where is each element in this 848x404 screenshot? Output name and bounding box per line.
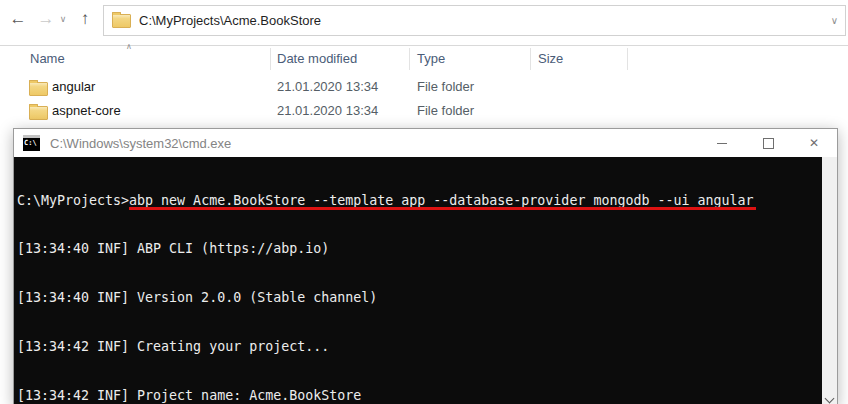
file-date-modified: 21.01.2020 13:34 <box>277 79 378 94</box>
terminal-output[interactable]: C:\MyProjects>abp new Acme.BookStore --t… <box>14 157 822 404</box>
terminal-command-line: C:\MyProjects>abp new Acme.BookStore --t… <box>17 193 822 209</box>
maximize-icon <box>763 138 774 149</box>
terminal-line: [13:34:40 INF] Version 2.0.0 (Stable cha… <box>17 290 822 306</box>
file-name: aspnet-core <box>52 103 121 118</box>
column-resize-handle[interactable] <box>270 48 271 70</box>
address-bar[interactable]: C:\MyProjects\Acme.BookStore ∨ <box>103 5 846 36</box>
terminal-line: [13:34:42 INF] Creating your project... <box>17 339 822 355</box>
column-headers: ∧ Name Date modified Type Size <box>0 46 848 72</box>
terminal-prompt: C:\MyProjects> <box>17 193 129 208</box>
column-resize-handle[interactable] <box>627 48 628 70</box>
minimize-icon <box>717 143 727 144</box>
column-resize-handle[interactable] <box>530 48 531 70</box>
close-icon: ✕ <box>809 137 819 149</box>
terminal-command-text-underlined: abp new Acme.BookStore --template app --… <box>129 193 753 208</box>
column-header-name[interactable]: Name <box>30 51 65 66</box>
file-row-angular[interactable]: angular 21.01.2020 13:34 File folder <box>0 75 848 99</box>
file-date-modified: 21.01.2020 13:34 <box>277 103 378 118</box>
file-row-aspnet-core[interactable]: aspnet-core 21.01.2020 13:34 File folder <box>0 99 848 123</box>
up-arrow-icon: ↑ <box>81 9 90 29</box>
up-button[interactable]: ↑ <box>72 6 98 32</box>
minimize-button[interactable] <box>699 129 745 157</box>
maximize-button[interactable] <box>745 129 791 157</box>
sort-ascending-icon: ∧ <box>126 42 132 51</box>
address-path: C:\MyProjects\Acme.BookStore <box>139 13 831 28</box>
back-arrow-icon: ← <box>10 9 27 29</box>
terminal-line: [13:34:40 INF] ABP CLI (https://abp.io) <box>17 241 822 257</box>
column-header-type[interactable]: Type <box>417 51 445 66</box>
column-resize-handle[interactable] <box>409 48 410 70</box>
close-button[interactable]: ✕ <box>791 129 837 157</box>
file-type: File folder <box>417 103 474 118</box>
folder-icon <box>29 106 48 120</box>
column-header-size[interactable]: Size <box>538 51 563 66</box>
folder-icon <box>29 82 48 96</box>
back-button[interactable]: ← <box>5 6 31 32</box>
cmd-window: C:\ C:\Windows\system32\cmd.exe ✕ C:\MyP… <box>13 128 838 404</box>
recent-locations-button[interactable]: ∨ <box>56 6 70 32</box>
cmd-app-icon[interactable]: C:\ <box>23 135 40 151</box>
scrollbar-down-arrow-icon[interactable] <box>825 394 833 402</box>
chevron-down-icon: ∨ <box>60 14 67 24</box>
terminal-line: [13:34:42 INF] Project name: Acme.BookSt… <box>17 388 822 404</box>
file-name: angular <box>52 79 95 94</box>
terminal-scrollbar[interactable] <box>822 157 837 404</box>
cmd-titlebar[interactable]: C:\ C:\Windows\system32\cmd.exe ✕ <box>14 129 837 157</box>
address-dropdown-chevron-icon[interactable]: ∨ <box>831 15 838 26</box>
file-type: File folder <box>417 79 474 94</box>
column-header-date-modified[interactable]: Date modified <box>277 51 357 66</box>
folder-icon <box>112 14 131 28</box>
window-title: C:\Windows\system32\cmd.exe <box>50 136 699 151</box>
forward-arrow-icon: → <box>38 9 55 29</box>
